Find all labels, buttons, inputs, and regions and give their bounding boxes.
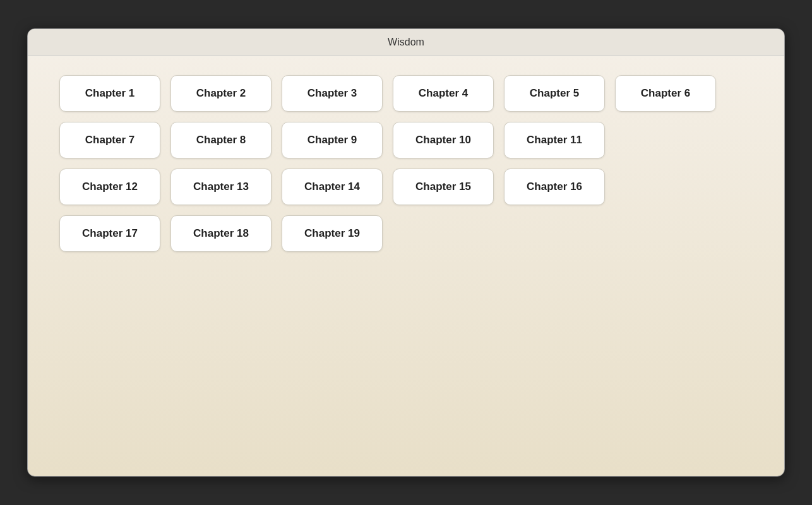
chapter-row-2: Chapter 7Chapter 8Chapter 9Chapter 10Cha… (59, 122, 753, 158)
chapter-grid: Chapter 1Chapter 2Chapter 3Chapter 4Chap… (28, 56, 784, 271)
chapter-button-1[interactable]: Chapter 1 (59, 75, 160, 112)
chapter-row-3: Chapter 12Chapter 13Chapter 14Chapter 15… (59, 169, 753, 205)
chapter-row-4: Chapter 17Chapter 18Chapter 19 (59, 215, 753, 252)
chapter-button-7[interactable]: Chapter 7 (59, 122, 160, 158)
app-title: Wisdom (388, 37, 424, 47)
chapter-button-11[interactable]: Chapter 11 (504, 122, 605, 158)
main-window: Wisdom Chapter 1Chapter 2Chapter 3Chapte… (27, 28, 785, 477)
chapter-button-4[interactable]: Chapter 4 (393, 75, 494, 112)
chapter-button-17[interactable]: Chapter 16 (504, 169, 605, 205)
chapter-button-21[interactable]: Chapter 19 (282, 215, 383, 252)
chapter-button-14[interactable]: Chapter 13 (170, 169, 272, 205)
chapter-button-5[interactable]: Chapter 5 (504, 75, 605, 112)
chapter-button-6[interactable]: Chapter 6 (615, 75, 716, 112)
chapter-button-10[interactable]: Chapter 10 (393, 122, 494, 158)
chapter-button-2[interactable]: Chapter 2 (170, 75, 272, 112)
title-bar: Wisdom (28, 29, 784, 56)
chapter-button-13[interactable]: Chapter 12 (59, 169, 160, 205)
chapter-button-19[interactable]: Chapter 17 (59, 215, 160, 252)
chapter-button-3[interactable]: Chapter 3 (282, 75, 383, 112)
chapter-button-8[interactable]: Chapter 8 (170, 122, 272, 158)
chapter-button-9[interactable]: Chapter 9 (282, 122, 383, 158)
chapter-row-1: Chapter 1Chapter 2Chapter 3Chapter 4Chap… (59, 75, 753, 112)
chapter-button-15[interactable]: Chapter 14 (282, 169, 383, 205)
chapter-button-20[interactable]: Chapter 18 (170, 215, 272, 252)
chapter-button-16[interactable]: Chapter 15 (393, 169, 494, 205)
